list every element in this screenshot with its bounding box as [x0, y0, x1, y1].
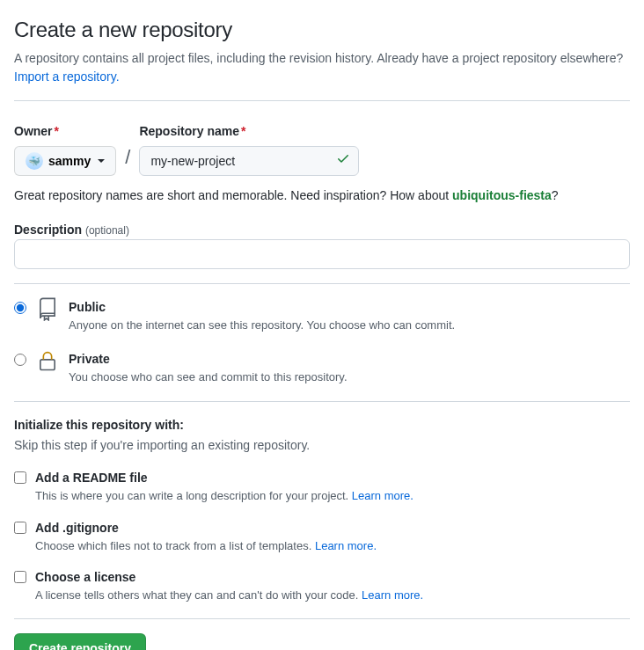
- readme-learn-more-link[interactable]: Learn more.: [352, 489, 413, 502]
- divider: [14, 100, 630, 101]
- readme-checkbox[interactable]: [14, 471, 26, 484]
- repo-name-label: Repository name*: [139, 122, 359, 141]
- license-checkbox[interactable]: [14, 571, 26, 583]
- init-section-title: Initialize this repository with:: [14, 416, 630, 435]
- caret-down-icon: [98, 159, 105, 163]
- gitignore-title: Add .gitignore: [35, 519, 377, 537]
- license-title: Choose a license: [35, 568, 423, 587]
- readme-desc: This is where you can write a long descr…: [35, 487, 413, 505]
- divider: [14, 283, 630, 284]
- create-repository-button[interactable]: Create repository: [14, 633, 146, 651]
- owner-label: Owner*: [14, 122, 116, 141]
- repo-name-hint: Great repository names are short and mem…: [14, 186, 630, 205]
- divider: [14, 618, 630, 619]
- gitignore-learn-more-link[interactable]: Learn more.: [315, 539, 377, 552]
- optional-label: (optional): [85, 224, 129, 237]
- gitignore-desc-text: Choose which files not to track from a l…: [35, 539, 315, 552]
- repo-icon: [35, 296, 60, 326]
- gitignore-desc: Choose which files not to track from a l…: [35, 537, 377, 555]
- visibility-private-radio[interactable]: [14, 354, 26, 366]
- name-suggestion-link[interactable]: ubiquitous-fiesta: [452, 188, 552, 202]
- import-repo-link[interactable]: Import a repository.: [14, 69, 120, 84]
- public-desc: Anyone on the internet can see this repo…: [69, 317, 455, 334]
- repo-name-label-text: Repository name: [139, 124, 239, 138]
- required-asterisk: *: [55, 124, 59, 138]
- gitignore-checkbox[interactable]: [14, 522, 26, 534]
- owner-dropdown[interactable]: 🐳 sammy: [14, 146, 116, 176]
- private-desc: You choose who can see and commit to thi…: [69, 369, 348, 386]
- owner-label-text: Owner: [14, 124, 53, 138]
- required-asterisk: *: [241, 124, 245, 138]
- private-title: Private: [69, 350, 348, 369]
- license-desc-text: A license tells others what they can and…: [35, 588, 362, 602]
- init-section-sub: Skip this step if you're importing an ex…: [14, 436, 630, 455]
- subtitle-text: A repository contains all project files,…: [14, 51, 623, 65]
- divider: [14, 401, 630, 402]
- avatar: 🐳: [26, 152, 43, 170]
- owner-repo-separator: /: [123, 142, 132, 176]
- owner-name: sammy: [48, 154, 91, 168]
- hint-suffix: ?: [552, 188, 559, 202]
- description-input[interactable]: [14, 239, 630, 269]
- readme-desc-text: This is where you can write a long descr…: [35, 489, 352, 502]
- license-learn-more-link[interactable]: Learn more.: [362, 588, 423, 602]
- description-label-text: Description: [14, 223, 82, 237]
- repo-name-input[interactable]: [139, 146, 359, 176]
- description-label: Description (optional): [14, 223, 129, 237]
- lock-icon: [35, 348, 60, 378]
- readme-title: Add a README file: [35, 469, 413, 487]
- page-subtitle: A repository contains all project files,…: [14, 49, 630, 86]
- hint-text: Great repository names are short and mem…: [14, 188, 452, 202]
- license-desc: A license tells others what they can and…: [35, 587, 423, 604]
- page-title: Create a new repository: [14, 14, 630, 46]
- visibility-public-radio[interactable]: [14, 302, 26, 314]
- svg-rect-0: [40, 359, 55, 369]
- public-title: Public: [69, 298, 455, 317]
